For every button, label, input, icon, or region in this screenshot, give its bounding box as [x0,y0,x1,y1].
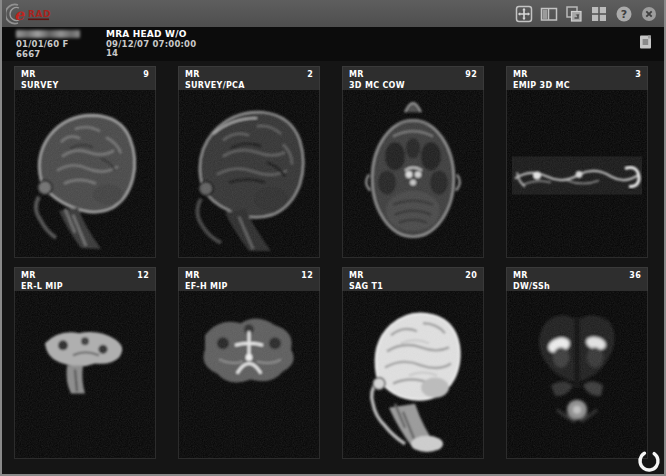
layout-panels-icon[interactable] [539,4,558,23]
study-info-block: MRA HEAD W/O 09/12/07 07:00:00 14 [106,30,196,59]
series-thumbnail-image[interactable] [14,90,156,258]
series-thumbnail-image[interactable] [178,90,320,258]
study-datetime: 09/12/07 07:00:00 [106,40,196,50]
series-header: MR 9 SURVEY [14,66,156,90]
top-toolbar: e RAD [2,0,664,27]
patient-id: 6667 [16,50,80,60]
series-header: MR 20 SAG T1 [342,267,484,291]
series-image-count: 3 [635,70,641,79]
series-header: MR 12 ER-L MIP [14,267,156,291]
series-thumbnail-cell[interactable]: MR 12 ER-L MIP [14,267,156,459]
export-images-icon[interactable] [564,4,583,23]
series-image-count: 9 [143,70,149,79]
patient-name-redacted [16,30,80,38]
patient-info-block: 01/01/60 F 6667 [16,30,80,59]
series-image-count: 36 [629,271,641,280]
svg-text:RAD: RAD [28,9,51,19]
series-image-count: 2 [307,70,313,79]
svg-text:e: e [14,5,25,24]
fit-screen-icon[interactable] [514,4,533,23]
series-label: SURVEY/PCA [185,81,313,90]
help-icon[interactable]: ? [614,4,633,23]
series-thumbnail-cell[interactable]: MR 3 EMIP 3D MC [506,66,648,258]
document-icon[interactable] [637,33,654,51]
series-image-count: 12 [301,271,313,280]
series-label: ER-L MIP [21,282,149,291]
series-label: SURVEY [21,81,149,90]
series-header: MR 36 DW/SSh [506,267,648,291]
erad-logo: e RAD [6,2,64,26]
series-grid: MR 9 SURVEY MR 2 SURVEY/PCA [2,61,664,459]
series-modality: MR [349,70,364,79]
series-thumbnail-image[interactable] [178,291,320,459]
toolbar-icon-group: ? [514,4,658,23]
patient-study-bar: 01/01/60 F 6667 MRA HEAD W/O 09/12/07 07… [2,27,664,61]
series-thumbnail-image[interactable] [342,291,484,459]
study-series-total: 14 [106,49,196,59]
series-modality: MR [185,70,200,79]
loading-spinner-icon [636,448,663,474]
close-icon[interactable] [639,4,658,23]
series-thumbnail-cell[interactable]: MR 92 3D MC COW [342,66,484,258]
series-modality: MR [513,271,528,280]
series-thumbnail-cell[interactable]: MR 2 SURVEY/PCA [178,66,320,258]
series-modality: MR [21,271,36,280]
series-label: 3D MC COW [349,81,477,90]
series-modality: MR [513,70,528,79]
series-label: SAG T1 [349,282,477,291]
series-header: MR 3 EMIP 3D MC [506,66,648,90]
series-image-count: 20 [465,271,477,280]
series-header: MR 12 EF-H MIP [178,267,320,291]
svg-text:?: ? [620,8,626,21]
series-thumbnail-cell[interactable]: MR 20 SAG T1 [342,267,484,459]
series-modality: MR [349,271,364,280]
series-thumbnail-image[interactable] [506,90,648,258]
series-thumbnail-cell[interactable]: MR 12 EF-H MIP [178,267,320,459]
series-thumbnail-image[interactable] [506,291,648,459]
pacs-window: e RAD [0,0,666,476]
series-image-count: 12 [137,271,149,280]
series-label: DW/SSh [513,282,641,291]
series-image-count: 92 [465,70,477,79]
series-modality: MR [185,271,200,280]
series-header: MR 2 SURVEY/PCA [178,66,320,90]
series-thumbnail-cell[interactable]: MR 36 DW/SSh [506,267,648,459]
series-thumbnail-image[interactable] [342,90,484,258]
series-thumbnail-cell[interactable]: MR 9 SURVEY [14,66,156,258]
series-thumbnail-image[interactable] [14,291,156,459]
series-label: EMIP 3D MC [513,81,641,90]
tile-layout-icon[interactable] [589,4,608,23]
series-modality: MR [21,70,36,79]
series-label: EF-H MIP [185,282,313,291]
series-header: MR 92 3D MC COW [342,66,484,90]
